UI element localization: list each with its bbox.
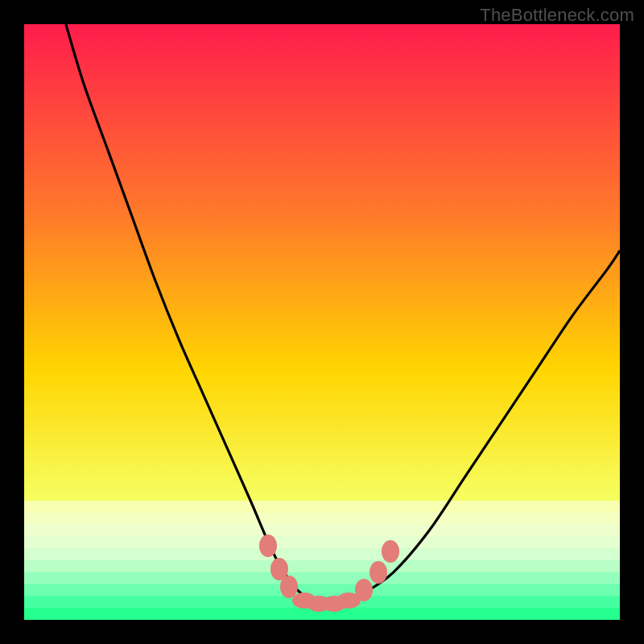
chart-marker <box>355 579 373 601</box>
watermark-text: TheBottleneck.com <box>480 5 634 26</box>
chart-marker <box>369 561 387 584</box>
chart-marker <box>259 535 277 557</box>
bottleneck-chart <box>24 24 620 620</box>
chart-marker <box>382 540 399 563</box>
